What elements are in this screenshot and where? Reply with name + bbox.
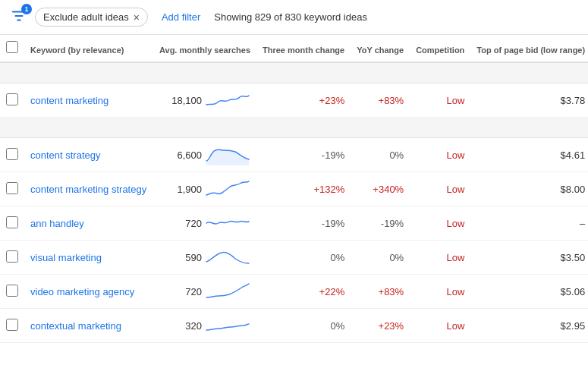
competition-cell: Low (410, 309, 470, 343)
filter-badge: 1 (21, 4, 32, 14)
section-header-ideas: Keyword ideas (0, 118, 588, 138)
sparkline-icon (205, 90, 250, 111)
sparkline-icon (205, 315, 250, 336)
row-checkbox-cell (0, 275, 24, 309)
add-filter-button[interactable]: Add filter (156, 8, 206, 26)
keyword-cell: video marketing agency (24, 275, 153, 309)
filter-tag-exclude-adult: Exclude adult ideas × (35, 8, 148, 27)
sparkline-icon (205, 247, 250, 268)
row-checkbox[interactable] (6, 93, 18, 105)
keyword-link[interactable]: ann handley (30, 218, 84, 229)
select-all-checkbox[interactable] (6, 41, 18, 53)
filter-tag-label: Exclude adult ideas (43, 11, 129, 23)
search-number: 18,100 (171, 95, 202, 106)
search-number: 6,600 (173, 149, 202, 161)
row-checkbox-cell (0, 241, 24, 275)
keyword-link[interactable]: visual marketing (30, 252, 102, 263)
table-row: ann handley 720 -19% -19% Low – – (0, 206, 588, 241)
search-number: 320 (173, 320, 202, 332)
keyword-cell: content marketing (24, 83, 153, 118)
header-three-month[interactable]: Three month change (256, 35, 351, 62)
table-header-row: Keyword (by relevance) Avg. monthly sear… (0, 35, 588, 62)
table-row: visual marketing 590 0% 0% Low $3.50 $7.… (0, 241, 588, 275)
row-checkbox-cell (0, 138, 24, 172)
table-row: content marketing 18,100 +23% +83% Low $… (0, 83, 588, 118)
competition-cell: Low (410, 138, 470, 172)
table-row: content strategy 6,600 -19% 0% Low $4.61… (0, 138, 588, 172)
three-month-cell: -19% (256, 138, 351, 172)
avg-monthly-cell: 720 (153, 275, 256, 309)
showing-count-text: Showing 829 of 830 keyword ideas (214, 11, 367, 23)
avg-monthly-cell: 18,100 (153, 83, 256, 118)
avg-monthly-cell: 720 (153, 206, 256, 241)
table-row: contextual marketing 320 0% +23% Low $2.… (0, 309, 588, 343)
filter-tag-close-button[interactable]: × (134, 12, 140, 23)
header-competition[interactable]: Competition (410, 35, 470, 62)
top-low-cell: $3.50 (470, 241, 588, 275)
section-header-label: Keywords you provided (0, 62, 588, 83)
keyword-link[interactable]: video marketing agency (30, 286, 134, 297)
keyword-cell: contextual marketing (24, 309, 153, 343)
competition-cell: Low (410, 83, 470, 118)
keyword-link[interactable]: content marketing strategy (30, 184, 146, 195)
three-month-cell: +132% (256, 172, 351, 206)
keyword-link[interactable]: content strategy (30, 149, 101, 161)
avg-monthly-cell: 320 (153, 309, 256, 343)
top-low-cell: $8.00 (470, 172, 588, 206)
avg-monthly-cell: 6,600 (153, 138, 256, 172)
header-keyword[interactable]: Keyword (by relevance) (24, 35, 153, 62)
yoy-cell: -19% (351, 206, 410, 241)
keyword-cell: content marketing strategy (24, 172, 153, 206)
three-month-cell: +23% (256, 83, 351, 118)
avg-monthly-cell: 590 (153, 241, 256, 275)
yoy-cell: 0% (351, 138, 410, 172)
competition-cell: Low (410, 172, 470, 206)
yoy-cell: +83% (351, 83, 410, 118)
section-header-provided: Keywords you provided (0, 62, 588, 83)
row-checkbox-cell (0, 83, 24, 118)
yoy-cell: +23% (351, 309, 410, 343)
keyword-link[interactable]: content marketing (30, 95, 108, 106)
competition-cell: Low (410, 206, 470, 241)
top-low-cell: $5.06 (470, 275, 588, 309)
three-month-cell: 0% (256, 309, 351, 343)
yoy-cell: 0% (351, 241, 410, 275)
search-number: 590 (173, 252, 202, 263)
keyword-cell: ann handley (24, 206, 153, 241)
yoy-cell: +83% (351, 275, 410, 309)
competition-cell: Low (410, 275, 470, 309)
row-checkbox-cell (0, 172, 24, 206)
row-checkbox[interactable] (6, 319, 18, 331)
header-top-page-low[interactable]: Top of page bid (low range) (470, 35, 588, 62)
top-bar: 1 Exclude adult ideas × Add filter Showi… (0, 0, 588, 35)
row-checkbox[interactable] (6, 182, 18, 194)
row-checkbox-cell (0, 309, 24, 343)
search-number: 720 (173, 286, 202, 297)
search-number: 1,900 (173, 184, 202, 195)
sparkline-icon (205, 178, 250, 200)
competition-cell: Low (410, 241, 470, 275)
top-low-cell: $3.78 (470, 83, 588, 118)
row-checkbox-cell (0, 206, 24, 241)
sparkline-icon (205, 144, 250, 165)
row-checkbox[interactable] (6, 250, 18, 263)
table-body: Keywords you provided content marketing … (0, 62, 588, 343)
row-checkbox[interactable] (6, 216, 18, 228)
yoy-cell: +340% (351, 172, 410, 206)
three-month-cell: -19% (256, 206, 351, 241)
search-number: 720 (173, 218, 202, 229)
avg-monthly-cell: 1,900 (153, 172, 256, 206)
row-checkbox[interactable] (6, 285, 18, 297)
keyword-cell: content strategy (24, 138, 153, 172)
top-low-cell: $4.61 (470, 138, 588, 172)
sparkline-icon (205, 212, 250, 234)
row-checkbox[interactable] (6, 148, 18, 160)
header-select (0, 35, 24, 62)
header-avg-monthly[interactable]: Avg. monthly searches (153, 35, 256, 62)
keyword-link[interactable]: contextual marketing (30, 320, 121, 332)
three-month-cell: 0% (256, 241, 351, 275)
header-yoy[interactable]: YoY change (351, 35, 410, 62)
table-row: video marketing agency 720 +22% +83% Low… (0, 275, 588, 309)
filter-icon-wrap: 1 (11, 8, 27, 27)
section-header-ideas-label: Keyword ideas (0, 118, 588, 138)
